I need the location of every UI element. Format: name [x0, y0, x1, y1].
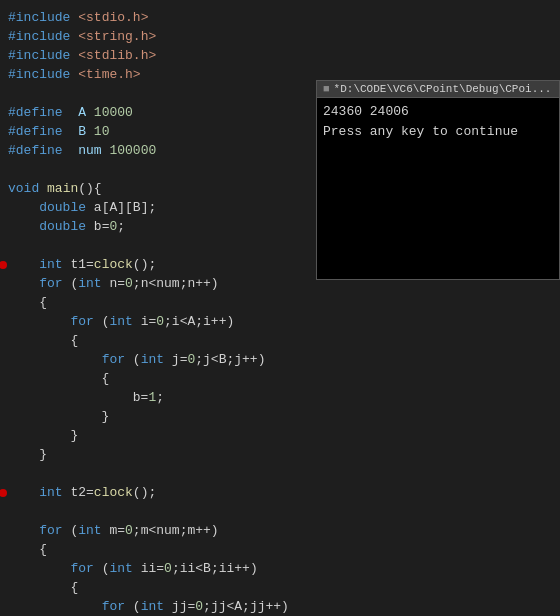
- terminal-output-line-2: Press any key to continue: [323, 122, 553, 142]
- terminal-body: 24360 24006 Press any key to continue: [317, 98, 559, 279]
- code-line-18: {: [8, 331, 320, 350]
- code-editor: #include <stdio.h> #include <string.h> #…: [0, 0, 320, 616]
- code-line-12: double b=0;: [8, 217, 320, 236]
- code-line-31: {: [8, 578, 320, 597]
- code-line-15: for (int n=0;n<num;n++): [8, 274, 320, 293]
- code-line-16: {: [8, 293, 320, 312]
- breakpoint-marker-2: [0, 483, 8, 502]
- code-line-24: }: [8, 445, 320, 464]
- code-line-10: void main(){: [8, 179, 320, 198]
- code-line-11: double a[A][B];: [8, 198, 320, 217]
- code-line-3: #include <stdlib.h>: [8, 46, 320, 65]
- code-line-27: [8, 502, 320, 521]
- breakpoint-marker-1: [0, 255, 8, 274]
- breakpoint-dot-2: [0, 489, 7, 497]
- code-line-22: }: [8, 407, 320, 426]
- code-line-29: {: [8, 540, 320, 559]
- code-line-19: for (int j=0;j<B;j++): [8, 350, 320, 369]
- code-line-21: b=1;: [8, 388, 320, 407]
- terminal-output-line-1: 24360 24006: [323, 102, 553, 122]
- code-line-25: [8, 464, 320, 483]
- code-line-2: #include <string.h>: [8, 27, 320, 46]
- code-line-20: {: [8, 369, 320, 388]
- code-line-13: [8, 236, 320, 255]
- code-line-26: int t2=clock();: [8, 483, 320, 502]
- terminal-titlebar: ■ *D:\CODE\VC6\CPoint\Debug\CPoi...: [317, 81, 559, 98]
- code-line-30: for (int ii=0;ii<B;ii++): [8, 559, 320, 578]
- code-line-28: for (int m=0;m<num;m++): [8, 521, 320, 540]
- code-line-6: #define A 10000: [8, 103, 320, 122]
- code-line-9: [8, 160, 320, 179]
- terminal-window: ■ *D:\CODE\VC6\CPoint\Debug\CPoi... 2436…: [316, 80, 560, 280]
- code-line-8: #define num 100000: [8, 141, 320, 160]
- breakpoint-dot: [0, 261, 7, 269]
- code-line-4: #include <time.h>: [8, 65, 320, 84]
- code-keyword: #include: [8, 8, 70, 27]
- code-line-5: [8, 84, 320, 103]
- code-line-23: }: [8, 426, 320, 445]
- terminal-icon: ■: [323, 83, 330, 95]
- terminal-title: *D:\CODE\VC6\CPoint\Debug\CPoi...: [334, 83, 552, 95]
- code-line-7: #define B 10: [8, 122, 320, 141]
- code-line-1: #include <stdio.h>: [8, 8, 320, 27]
- code-line-32: for (int jj=0;jj<A;jj++): [8, 597, 320, 616]
- code-line-14: int t1=clock();: [8, 255, 320, 274]
- code-line-17: for (int i=0;i<A;i++): [8, 312, 320, 331]
